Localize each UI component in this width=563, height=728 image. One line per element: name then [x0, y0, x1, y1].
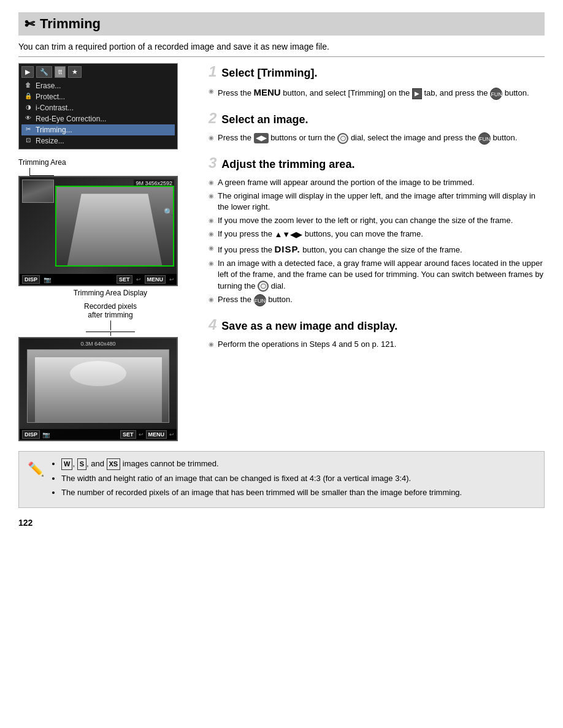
right-column: 1 Select [Trimming]. ◉ Press the MENU bu…	[209, 63, 545, 441]
protect-icon: 🔒	[24, 93, 33, 101]
step-4-text-1: Perform the operations in Steps 4 and 5 …	[218, 339, 545, 350]
notes-item-1: W, S, and XS images cannot be trimmed.	[61, 458, 535, 470]
step-2-title: Select an image.	[221, 113, 308, 126]
camera-screen-2: 0.3M 640x480 DISP 📷 SET ↩ MENU ↩	[18, 337, 178, 441]
step-1-number: 1	[209, 63, 216, 80]
trimming-area-display-label: Trimming Area Display	[18, 289, 202, 297]
camera-hud-1: DISP 📷 SET ↩ MENU ↩	[20, 274, 177, 285]
step-4: 4 Save as a new image and display. ◉ Per…	[209, 316, 545, 350]
page-title: Trimming	[40, 16, 101, 32]
menu-tab-star: ★	[68, 66, 82, 78]
menu-item-redeye: 👁 Red-Eye Correction...	[21, 113, 175, 124]
menu-label-protect: Protect...	[36, 93, 65, 101]
func-btn-2: FUNCSET	[478, 132, 491, 145]
trim-icon: ✄	[25, 17, 35, 31]
step-1-title: Select [Trimming].	[221, 67, 317, 80]
redeye-icon: 👁	[24, 115, 33, 123]
notes-list: W, S, and XS images cannot be trimmed. T…	[50, 458, 535, 499]
menu-label-redeye: Red-Eye Correction...	[36, 115, 106, 123]
step-3-item-6: ◉ In an image with a detected face, a gr…	[209, 258, 545, 292]
menu-label-icontrast: i-Contrast...	[36, 104, 74, 112]
menu-label-hud: ↩	[169, 276, 174, 282]
step-3-text-6: In an image with a detected face, a gray…	[218, 258, 545, 292]
icontrast-icon: ◑	[24, 104, 33, 112]
menu-screenshot: ▶ 🔧 tt ★ 🗑 Erase... 🔒 Protect... ◑ i-Con…	[18, 63, 178, 150]
step-4-number: 4	[209, 316, 216, 333]
set-label-2: ↩	[139, 431, 144, 438]
step-2-text-1: Press the ◀▶ buttons or turn the ◯ dial,…	[218, 132, 545, 145]
trimming-area-label: Trimming Area	[18, 158, 202, 167]
menu-tabs: ▶ 🔧 tt ★	[21, 66, 175, 78]
page-header: ✄ Trimming	[18, 12, 545, 36]
camera-screen-1: 9M 3456x2592 🔍 DISP 📷 SET ↩ MENU ↩	[18, 176, 178, 286]
func-btn-3: FUNCSET	[254, 294, 266, 306]
notes-content: W, S, and XS images cannot be trimmed. T…	[50, 458, 535, 501]
step-3-number: 3	[209, 154, 216, 172]
step-3-item-2: ◉ The original image will display in the…	[209, 191, 545, 213]
page-number: 122	[18, 518, 545, 528]
step-3-text-2: The original image will display in the u…	[218, 191, 545, 213]
camera-image-1: 9M 3456x2592 🔍 DISP 📷 SET ↩ MENU ↩	[20, 177, 177, 285]
menu-label-erase: Erase...	[36, 82, 61, 90]
menu-item-protect: 🔒 Protect...	[21, 91, 175, 102]
step-3-item-1: ◉ A green frame will appear around the p…	[209, 177, 545, 188]
step-3-item-3: ◉ If you move the zoom lever to the left…	[209, 215, 545, 226]
step-3-item-7: ◉ Press the FUNCSET button.	[209, 294, 545, 306]
step-3-title: Adjust the trimming area.	[221, 158, 354, 171]
step-1: 1 Select [Trimming]. ◉ Press the MENU bu…	[209, 63, 545, 100]
set-badge-2: SET	[120, 430, 136, 439]
func-btn-1: FUNCSET	[490, 88, 502, 100]
menu-item-resize: ⊡ Resize...	[21, 135, 175, 146]
step-3-text-4: If you press the ▲▼◀▶ buttons, you can m…	[218, 229, 545, 240]
step-4-item-1: ◉ Perform the operations in Steps 4 and …	[209, 339, 545, 350]
main-content: ▶ 🔧 tt ★ 🗑 Erase... 🔒 Protect... ◑ i-Con…	[18, 63, 545, 441]
resolution-text-2: 0.3M 640x480	[80, 341, 115, 347]
hud-icon-1: 📷	[44, 276, 51, 283]
step-1-item-1: ◉ Press the MENU button, and select [Tri…	[209, 86, 545, 100]
step-3-text-1: A green frame will appear around the por…	[218, 177, 545, 188]
menu-tab-wrench: 🔧	[36, 66, 52, 78]
thumbnail-top-left	[22, 180, 54, 203]
green-frame	[55, 186, 174, 267]
step-2-number: 2	[209, 110, 216, 127]
recorded-pixels-label: Recorded pixels after trimming	[18, 302, 202, 319]
notes-icon: ✏️	[28, 459, 44, 501]
step-3: 3 Adjust the trimming area. ◉ A green fr…	[209, 154, 545, 307]
disp-badge-2: DISP	[22, 430, 40, 439]
set-badge: SET	[117, 275, 132, 284]
step-1-text-1: Press the MENU button, and select [Trimm…	[218, 86, 545, 100]
notes-item-3: The number of recorded pixels of an imag…	[61, 487, 535, 499]
menu-label-hud-2: ↩	[169, 431, 174, 438]
notes-item-2: The width and height ratio of an image t…	[61, 472, 535, 485]
menu-tab-active: tt	[55, 66, 66, 78]
step-2-item-1: ◉ Press the ◀▶ buttons or turn the ◯ dia…	[209, 132, 545, 145]
erase-icon: 🗑	[24, 82, 33, 90]
camera-hud-2: DISP 📷 SET ↩ MENU ↩	[20, 429, 177, 440]
inner-photo-2	[27, 349, 169, 423]
resize-icon: ⊡	[24, 137, 33, 145]
menu-label-trimming: Trimming...	[36, 126, 72, 134]
disp-badge: DISP	[22, 275, 40, 284]
menu-badge-2: MENU	[146, 430, 167, 439]
step-3-text-7: Press the FUNCSET button.	[218, 294, 545, 306]
step-3-text-3: If you move the zoom lever to the left o…	[218, 215, 545, 226]
step-2: 2 Select an image. ◉ Press the ◀▶ button…	[209, 110, 545, 145]
step-3-text-5: If you press the DISP. button, you can c…	[218, 243, 545, 256]
set-label: ↩	[136, 276, 141, 282]
intro-text: You can trim a required portion of a rec…	[18, 42, 545, 57]
step-3-item-4: ◉ If you press the ▲▼◀▶ buttons, you can…	[209, 229, 545, 240]
menu-tab-play: ▶	[21, 66, 34, 78]
step-4-title: Save as a new image and display.	[221, 320, 397, 333]
hud-icon-2: 📷	[42, 431, 50, 438]
menu-item-erase: 🗑 Erase...	[21, 80, 175, 91]
menu-label-resize: Resize...	[36, 137, 64, 145]
trimming-icon: ✂	[24, 126, 33, 134]
left-column: ▶ 🔧 tt ★ 🗑 Erase... 🔒 Protect... ◑ i-Con…	[18, 63, 202, 441]
camera-image-2: 0.3M 640x480 DISP 📷 SET ↩ MENU ↩	[20, 338, 177, 440]
notes-section: ✏️ W, S, and XS images cannot be trimmed…	[18, 451, 545, 508]
menu-item-icontrast: ◑ i-Contrast...	[21, 102, 175, 113]
menu-item-trimming: ✂ Trimming...	[21, 124, 175, 135]
step-3-item-5: ◉ If you press the DISP. button, you can…	[209, 243, 545, 256]
menu-badge: MENU	[145, 275, 166, 284]
zoom-icon: 🔍	[164, 208, 173, 216]
